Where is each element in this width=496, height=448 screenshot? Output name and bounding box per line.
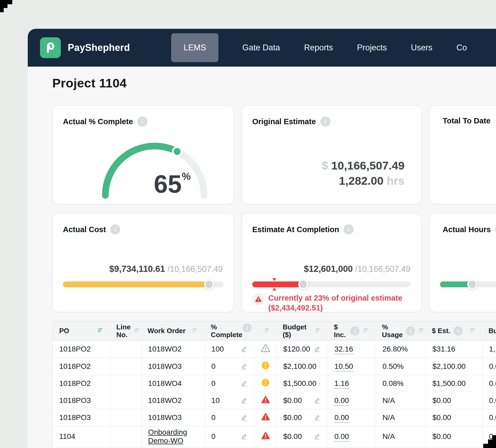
col-header-est[interactable]: $ Est.i [425, 322, 482, 341]
sort-icon[interactable] [192, 327, 198, 333]
gauge-dot [173, 147, 181, 156]
edit-icon[interactable] [241, 363, 248, 370]
eac-bar-zone [252, 279, 411, 289]
info-icon[interactable]: i [320, 116, 330, 127]
work-order-link[interactable]: Onboarding Demo-WO [148, 428, 187, 445]
cell-status [254, 409, 276, 426]
info-icon[interactable]: i [454, 326, 463, 336]
cell-est: $0.00 [425, 426, 482, 447]
sort-icon[interactable] [315, 327, 321, 333]
payshepherd-logo-icon[interactable] [40, 37, 61, 58]
sort-icon[interactable] [469, 327, 476, 333]
col-header-pct_complete[interactable]: % Completei [205, 322, 254, 341]
progress-handle[interactable] [204, 279, 214, 289]
card-title-row: Actual Hours i [440, 224, 496, 235]
edit-icon[interactable] [314, 433, 321, 440]
cell-empty [254, 447, 276, 448]
edit-icon[interactable] [318, 363, 321, 370]
info-icon[interactable]: i [406, 326, 415, 336]
info-icon[interactable]: i [137, 116, 147, 127]
info-icon[interactable]: i [495, 224, 496, 235]
nav-item-users[interactable]: Users [411, 43, 433, 53]
edit-icon[interactable] [241, 380, 248, 387]
cell-po: 1018PO3 [53, 392, 110, 409]
progress-track [63, 281, 223, 287]
cell-empty [425, 447, 482, 448]
inc-value[interactable]: 32.16 [334, 345, 353, 354]
edit-icon[interactable] [314, 414, 321, 421]
col-header-work_order[interactable]: Work Order [141, 322, 204, 341]
card-actual-cost: Actual Cost i $9,734,110.61 /10,166,507.… [52, 213, 234, 312]
col-header-budg_hrs[interactable]: Budg Hrs [482, 322, 496, 341]
col-header-status[interactable] [254, 322, 276, 341]
inc-value[interactable]: 0.00 [334, 396, 349, 406]
edit-icon[interactable] [241, 345, 248, 353]
gauge: 65% [98, 134, 211, 200]
inc-value[interactable]: 1.16 [334, 379, 349, 389]
actual-hours-bar-zone [440, 279, 496, 289]
edit-icon[interactable] [241, 414, 248, 421]
app-window: PayShepherd LEMSGate DataReportsProjects… [28, 29, 496, 448]
nav-item-lems[interactable]: LEMS [171, 33, 218, 62]
col-label: % Usage [382, 323, 403, 338]
edit-icon[interactable] [241, 433, 248, 440]
col-header-usage[interactable]: % Usagei [375, 322, 425, 341]
inc-value[interactable]: 0.00 [334, 432, 349, 442]
progress-track [252, 281, 411, 287]
cell-work-order: 1018WO3 [141, 409, 204, 426]
inc-value[interactable]: 0.00 [334, 413, 349, 423]
edit-icon[interactable] [241, 397, 248, 404]
card-total-to-date: Total To Date [429, 105, 496, 204]
original-estimate-amount: $ 10,166,507.49 [322, 158, 405, 173]
card-title-row: Total To Date [440, 116, 496, 125]
cell-budg-hrs: 0.00 [482, 409, 496, 426]
cell-usage: N/A [375, 426, 425, 447]
page-title: Project 1104 [52, 76, 127, 90]
info-icon[interactable]: i [350, 326, 359, 336]
estimate-marker-top-icon [272, 278, 277, 281]
nav-item-co[interactable]: Co [457, 43, 467, 53]
table-row: 1018PO21018WO40$1,500.001.160.08%$1,500.… [53, 375, 496, 392]
cell-inc: 10.50 [327, 358, 375, 375]
progress-fill [440, 281, 470, 287]
edit-icon[interactable] [314, 397, 321, 404]
cell-pct-complete: 0 [205, 358, 254, 375]
col-header-po[interactable]: PO [53, 322, 110, 341]
edit-icon[interactable] [318, 380, 321, 387]
cell-status [254, 341, 276, 358]
cell-line-no [110, 426, 141, 447]
cell-budget: $0.00 [276, 409, 327, 426]
cell-usage: 26.80% [375, 341, 425, 358]
card-original-estimate: Original Estimate i $ 10,166,507.49 1,28… [242, 105, 422, 204]
nav-item-projects[interactable]: Projects [357, 43, 387, 53]
table-row: 1018PO21018WO30$2,100.0010.500.50%$2,100… [53, 358, 496, 375]
inc-value[interactable]: 10.50 [334, 362, 353, 372]
sort-icon[interactable] [97, 327, 103, 333]
progress-handle[interactable] [298, 279, 308, 289]
warning-muted-icon [261, 344, 270, 352]
card-title: Actual % Complete [63, 117, 133, 126]
col-label: $ Inc. [334, 323, 347, 338]
progress-handle[interactable] [467, 279, 477, 289]
edit-icon[interactable] [314, 345, 321, 353]
sort-icon[interactable] [134, 327, 140, 333]
cell-empty [276, 447, 327, 448]
cell-est: $0.00 [425, 392, 482, 409]
col-label: PO [59, 327, 69, 335]
info-icon[interactable]: i [343, 224, 354, 235]
table-row: 1018PO31018WO210$0.000.00N/A$0.000.00 [53, 392, 496, 409]
col-header-budget[interactable]: Budget ($) [276, 322, 327, 341]
sort-icon[interactable] [264, 327, 270, 333]
gauge-value: 65% [154, 170, 191, 198]
cell-usage: N/A [375, 409, 425, 426]
col-header-inc[interactable]: $ Inc.i [327, 322, 375, 341]
sort-icon[interactable] [363, 327, 369, 333]
info-icon[interactable]: i [243, 323, 252, 332]
col-header-line_no[interactable]: Line No. [110, 322, 141, 341]
info-icon[interactable]: i [110, 224, 120, 235]
cell-inc: 32.16 [327, 341, 375, 358]
sort-icon[interactable] [418, 327, 425, 333]
nav-item-gate-data[interactable]: Gate Data [242, 43, 280, 53]
nav-item-reports[interactable]: Reports [304, 43, 333, 53]
cell-work-order: 1018WO2 [141, 341, 204, 358]
